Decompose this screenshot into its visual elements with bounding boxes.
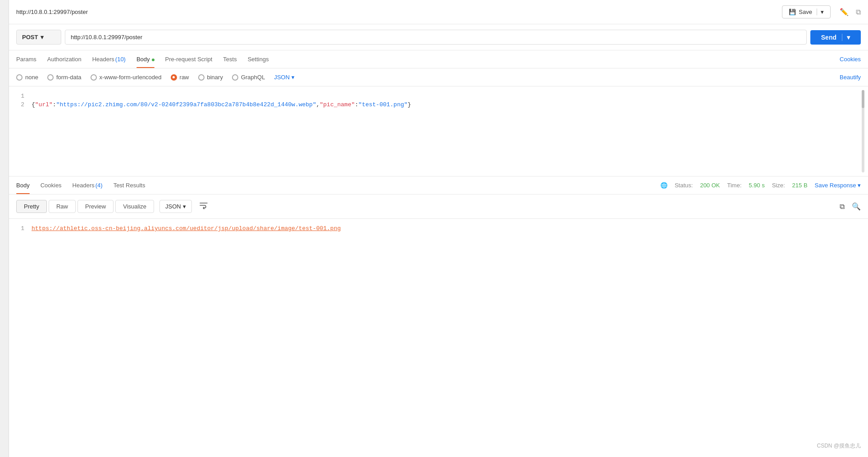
radio-binary-circle (198, 74, 205, 81)
radio-urlencoded[interactable]: x-www-form-urlencoded (91, 74, 162, 81)
raw-button[interactable]: Raw (49, 200, 76, 213)
size-value: 215 B (792, 182, 808, 189)
tab-authorization[interactable]: Authorization (47, 50, 82, 68)
save-label: Save (799, 9, 812, 15)
tab-tests[interactable]: Tests (223, 50, 236, 68)
status-value: 200 OK (700, 182, 720, 189)
body-dot (152, 59, 155, 61)
tab-params[interactable]: Params (16, 50, 36, 68)
copy-icon[interactable]: ⧉ (856, 8, 861, 16)
watermark: CSDN @摸鱼忠儿 (817, 442, 861, 450)
response-json-select[interactable]: JSON ▾ (159, 200, 192, 213)
editor-scrollbar[interactable] (862, 90, 864, 172)
method-label: POST (22, 34, 38, 41)
json-type-select[interactable]: JSON ▾ (274, 74, 295, 81)
url-key: "url" (35, 101, 53, 108)
time-value: 5.90 s (749, 182, 764, 189)
save-response-button[interactable]: Save Response ▾ (815, 182, 861, 189)
editor-scrollbar-thumb (862, 90, 864, 108)
response-tab-cookies[interactable]: Cookies (41, 176, 62, 194)
radio-binary[interactable]: binary (198, 74, 223, 81)
tab-headers[interactable]: Headers(10) (92, 50, 126, 68)
globe-icon: 🌐 (660, 182, 668, 189)
response-body: 1 https://athletic.oss-cn-beijing.aliyun… (9, 219, 868, 273)
open-brace: { (32, 101, 35, 108)
body-type-row: none form-data x-www-form-urlencoded raw… (9, 68, 868, 86)
tab-pre-request[interactable]: Pre-request Script (165, 50, 213, 68)
json-chevron-icon: ▾ (291, 74, 295, 81)
url-value: "https://pic2.zhimg.com/80/v2-0240f2399a… (56, 101, 316, 108)
response-tab-test-results[interactable]: Test Results (114, 176, 145, 194)
response-line-1: 1 https://athletic.oss-cn-beijing.aliyun… (9, 224, 868, 233)
radio-graphql[interactable]: GraphQL (232, 74, 265, 81)
beautify-button[interactable]: Beautify (840, 74, 861, 81)
line-number-2: 2 (9, 101, 32, 108)
request-tabs: Params Authorization Headers(10) Body Pr… (9, 50, 868, 68)
send-label: Send (821, 34, 836, 41)
edit-icon[interactable]: ✏️ (840, 8, 849, 16)
radio-none-circle (16, 74, 23, 81)
response-headers-badge: (4) (95, 182, 103, 189)
response-format-row: Pretty Raw Preview Visualize JSON ▾ ⧉ 🔍 (9, 195, 868, 219)
tab-body[interactable]: Body (136, 50, 155, 68)
save-chevron-icon[interactable]: ▾ (817, 9, 824, 15)
radio-raw[interactable]: raw (171, 74, 189, 81)
radio-none[interactable]: none (16, 74, 38, 81)
cookies-link[interactable]: Cookies (840, 56, 861, 63)
pretty-button[interactable]: Pretty (16, 200, 47, 213)
preview-button[interactable]: Preview (77, 200, 114, 213)
method-dropdown[interactable]: POST ▾ (16, 30, 61, 45)
url-display: http://10.8.0.1:29997/poster (16, 9, 777, 15)
left-sidebar (0, 0, 9, 457)
radio-urlencoded-circle (91, 74, 97, 81)
radio-graphql-circle (232, 74, 238, 81)
send-button[interactable]: Send ▾ (810, 30, 861, 45)
response-meta: 🌐 Status: 200 OK Time: 5.90 s Size: 215 … (660, 182, 861, 189)
send-chevron-icon[interactable]: ▾ (842, 34, 850, 41)
radio-form-data-circle (47, 74, 54, 81)
response-url-link[interactable]: https://athletic.oss-cn-beijing.aliyuncs… (32, 225, 341, 232)
editor-lines: 1 2 {"url":"https://pic2.zhimg.com/80/v2… (9, 92, 868, 109)
top-action-icons: ✏️ ⧉ (840, 8, 861, 16)
request-row: POST ▾ Send ▾ (9, 24, 868, 50)
url-input[interactable] (65, 30, 807, 45)
save-icon: 💾 (789, 9, 796, 15)
save-button[interactable]: 💾 Save ▾ (782, 5, 831, 18)
close-brace: } (408, 101, 411, 108)
wrap-button[interactable] (197, 199, 210, 214)
pic-name-value: "test-001.png" (359, 101, 408, 108)
pic-name-key: "pic_name" (320, 101, 355, 108)
editor-line-2: 2 {"url":"https://pic2.zhimg.com/80/v2-0… (9, 100, 868, 109)
response-tabs: Body Cookies Headers(4) Test Results 🌐 S… (9, 176, 868, 195)
response-tab-body[interactable]: Body (16, 176, 30, 194)
url-bar: http://10.8.0.1:29997/poster 💾 Save ▾ ✏️… (9, 0, 868, 24)
radio-raw-circle (171, 74, 177, 81)
search-response-icon[interactable]: 🔍 (852, 202, 861, 211)
response-json-chevron-icon: ▾ (183, 203, 186, 210)
response-icons: ⧉ 🔍 (840, 202, 861, 211)
response-line-num-1: 1 (9, 225, 32, 232)
headers-badge: (10) (115, 56, 126, 63)
method-chevron-icon: ▾ (41, 34, 44, 41)
copy-response-icon[interactable]: ⧉ (840, 203, 845, 211)
response-tab-headers[interactable]: Headers(4) (73, 176, 103, 194)
tab-settings[interactable]: Settings (248, 50, 269, 68)
editor-line-1: 1 (9, 92, 868, 100)
radio-form-data[interactable]: form-data (47, 74, 82, 81)
visualize-button[interactable]: Visualize (115, 200, 154, 213)
code-editor[interactable]: 1 2 {"url":"https://pic2.zhimg.com/80/v2… (9, 86, 868, 176)
line-content-2: {"url":"https://pic2.zhimg.com/80/v2-024… (32, 101, 868, 108)
line-number-1: 1 (9, 93, 32, 100)
